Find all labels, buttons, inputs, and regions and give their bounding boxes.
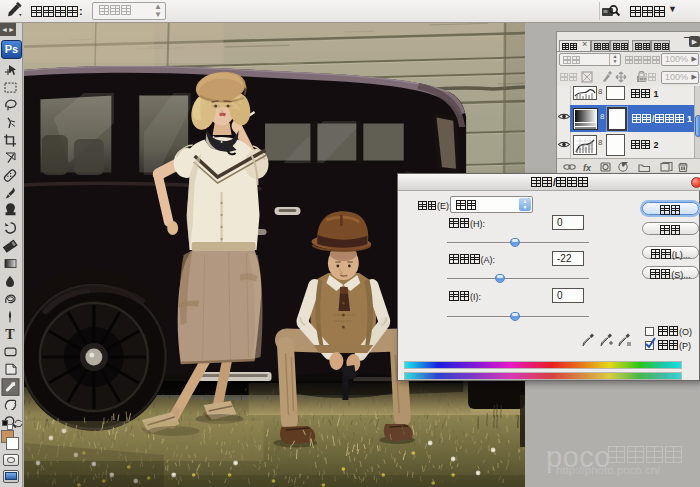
svg-text:T: T — [5, 327, 15, 342]
svg-text:fx: fx — [583, 163, 592, 173]
